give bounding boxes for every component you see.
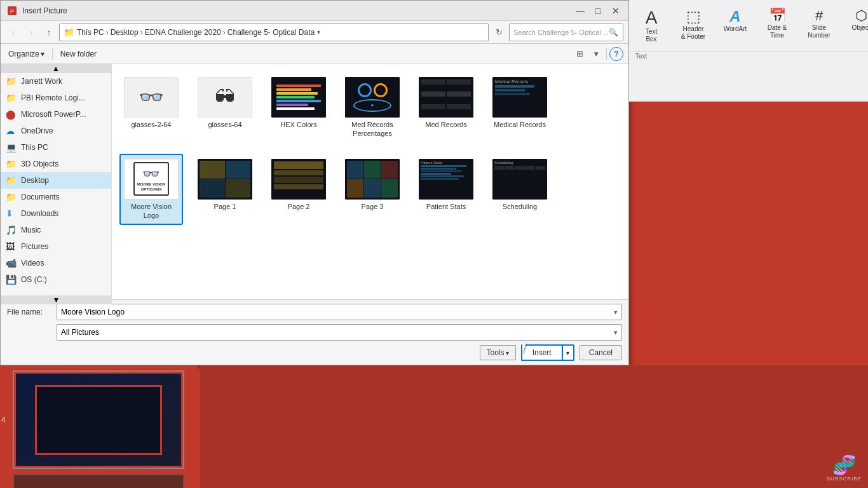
ribbon-header-footer-button[interactable]: ⬚ Header& Footer [677, 5, 709, 43]
view-buttons: ⊞ ▾ ? [572, 46, 623, 62]
slide-number-icon: # [815, 8, 823, 24]
filename-value: Moore Vision Logo [61, 308, 125, 316]
file-item-moore-vision-logo[interactable]: 👓 MOORE VISIONOPTICIANS Moore Vision Log… [119, 154, 183, 226]
patient-thumbnail: Patient Stats [419, 159, 473, 200]
large-icons-view-button[interactable]: ⊞ [572, 46, 587, 62]
file-name: Page 3 [362, 202, 384, 211]
search-box[interactable]: Search Challenge 5- Optical ... 🔍 [509, 24, 623, 41]
sidebar-item-videos[interactable]: 📹 Videos [1, 255, 111, 271]
file-thumbnail: Scheduling [492, 159, 547, 200]
sidebar-item-pictures[interactable]: 🖼 Pictures [1, 238, 111, 255]
file-name: glasses-64 [208, 120, 241, 129]
file-item-med-records-pct[interactable]: ● Med Records Percentages [341, 72, 404, 144]
sidebar: ▲ 📁 Jarrett Work 📁 PBI Remote Logi... ⬤ … [1, 64, 112, 299]
insert-dropdown-button[interactable]: ▾ [562, 344, 574, 361]
hex-thumbnail [271, 77, 326, 118]
ribbon-panel: A TextBox ⬚ Header& Footer A WordArt 📅 D… [629, 0, 868, 102]
file-thumbnail [345, 159, 400, 200]
sidebar-item-this-pc[interactable]: 💻 This PC [1, 139, 111, 156]
sidebar-scroll-up[interactable]: ▲ [1, 64, 111, 73]
hex-bar [276, 104, 308, 106]
object-icon: ⬡ [855, 8, 867, 24]
slide-5-thumb[interactable] [13, 474, 184, 488]
file-item-hex-colors[interactable]: HEX Colors [267, 72, 330, 144]
file-item-glasses-2-64[interactable]: 👓 glasses-2-64 [119, 72, 183, 144]
sidebar-item-os-c[interactable]: 💾 OS (C:) [1, 271, 111, 288]
cancel-button[interactable]: Cancel [580, 345, 622, 360]
file-item-patient-stats[interactable]: Patient Stats [414, 154, 478, 226]
sidebar-item-downloads[interactable]: ⬇ Downloads [1, 205, 111, 222]
up-button[interactable]: ↑ [41, 25, 57, 40]
ribbon-wordart-button[interactable]: A WordArt [719, 5, 751, 36]
glasses-logo-icon: 👓 [142, 166, 159, 182]
ribbon-datetime-button[interactable]: 📅 Date &Time [761, 5, 793, 42]
ribbon-label: Object [852, 24, 868, 32]
slide-4-thumb[interactable] [13, 370, 184, 469]
subscribe-area: 🧬 SUBSCRIBE [827, 454, 862, 482]
organize-button[interactable]: Organize ▾ [6, 48, 47, 60]
sidebar-item-documents[interactable]: 📁 Documents [1, 189, 111, 205]
tools-button[interactable]: Tools ▾ [480, 345, 516, 360]
folder-icon: 📁 [6, 93, 17, 103]
refresh-button[interactable]: ↻ [491, 25, 506, 40]
forward-button[interactable]: › [24, 25, 39, 40]
file-item-glasses-64[interactable]: 🕶 glasses-64 [193, 72, 257, 144]
slide-5-container [13, 474, 184, 488]
minimize-button[interactable]: — [573, 3, 588, 18]
file-item-scheduling[interactable]: Scheduling Scheduling [488, 154, 552, 226]
new-folder-button[interactable]: New folder [58, 48, 99, 60]
filename-input[interactable]: Moore Vision Logo ▾ [57, 304, 622, 320]
maximize-button[interactable]: □ [590, 3, 606, 18]
filetype-row: Type: All Pictures ▾ [7, 324, 622, 341]
file-name: Page 2 [288, 202, 310, 211]
back-button[interactable]: ‹ [6, 25, 21, 40]
filetype-select[interactable]: All Pictures ▾ [57, 324, 622, 341]
slides-panel: 4 [0, 365, 197, 488]
sidebar-item-onedrive[interactable]: ☁ OneDrive [1, 123, 111, 139]
logo-box: 👓 MOORE VISIONOPTICIANS [133, 162, 170, 195]
action-row: Tools ▾ Insert ▾ Cancel [7, 344, 622, 361]
sidebar-item-pbi-remote[interactable]: 📁 PBI Remote Logi... [1, 90, 111, 106]
medrec-grid [419, 77, 473, 118]
insert-button[interactable]: Insert [521, 344, 562, 361]
sidebar-item-music[interactable]: 🎵 Music [1, 222, 111, 238]
ribbon-label: Header& Footer [681, 25, 705, 41]
breadcrumb-edna[interactable]: EDNA Challenge 2020 [145, 28, 221, 37]
help-button[interactable]: ? [609, 47, 623, 61]
file-item-page-3[interactable]: Page 3 [341, 154, 404, 226]
file-name: Med Records [425, 120, 466, 129]
sidebar-scroll-down[interactable]: ▼ [1, 295, 112, 299]
sidebar-item-powerpoint[interactable]: ⬤ Microsoft PowerP... [1, 106, 111, 123]
file-item-page-2[interactable]: Page 2 [267, 154, 330, 226]
filename-dropdown-icon[interactable]: ▾ [614, 308, 618, 316]
ribbon-text-box-button[interactable]: A TextBox [635, 5, 667, 46]
sidebar-item-label: OneDrive [21, 126, 53, 135]
sidebar-item-jarrett-work[interactable]: 📁 Jarrett Work [1, 73, 111, 90]
insert-picture-dialog: P Insert Picture — □ ✕ ‹ › ↑ 📁 This PC ›… [0, 0, 629, 365]
insert-button-group: Insert ▾ [521, 344, 574, 361]
breadcrumb[interactable]: 📁 This PC › Desktop › EDNA Challenge 202… [59, 24, 489, 41]
file-area: 👓 glasses-2-64 🕶 glasses-64 [112, 64, 628, 299]
dna-icon: 🧬 [832, 454, 856, 476]
hex-bar [276, 96, 315, 98]
file-item-page-1[interactable]: Page 1 [193, 154, 257, 226]
sidebar-item-desktop[interactable]: 📁 Desktop [1, 172, 111, 189]
close-button[interactable]: ✕ [608, 3, 623, 18]
ribbon-slide-number-button[interactable]: # SlideNumber [803, 5, 835, 42]
view-dropdown-button[interactable]: ▾ [588, 46, 604, 62]
file-item-medical-records[interactable]: Medical Records Medical Records [488, 72, 552, 144]
med-circle [358, 83, 372, 97]
ribbon-label: Date &Time [768, 24, 787, 39]
breadcrumb-current[interactable]: Challenge 5- Optical Data [227, 28, 315, 37]
ribbon-object-button[interactable]: ⬡ Object [845, 5, 868, 34]
file-thumbnail [271, 159, 326, 200]
medpct-thumbnail: ● [345, 77, 400, 118]
breadcrumb-dropdown-icon[interactable]: ▾ [317, 29, 320, 36]
sidebar-item-3d-objects[interactable]: 📁 3D Objects [1, 156, 111, 172]
breadcrumb-pc[interactable]: This PC [77, 28, 104, 37]
med-circle [374, 83, 388, 97]
sidebar-item-label: Music [21, 226, 41, 234]
file-item-med-records[interactable]: Med Records [414, 72, 478, 144]
breadcrumb-desktop[interactable]: Desktop [111, 28, 139, 37]
glasses-icon: 👓 [139, 85, 164, 109]
